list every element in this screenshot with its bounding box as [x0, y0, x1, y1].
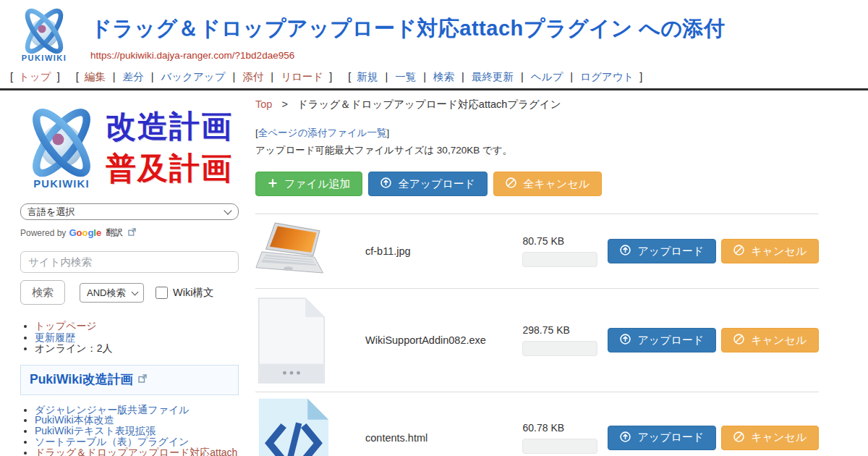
upload-queue: cf-b11.jpg 80.75 KB アップロード: [255, 214, 819, 456]
ban-circle-icon: [506, 177, 516, 190]
nav-help[interactable]: ヘルプ: [531, 71, 563, 83]
max-size-note: アップロード可能最大ファイルサイズは 30,720KB です。: [255, 144, 819, 157]
wiki-syntax-label: Wiki構文: [173, 286, 213, 300]
file-name: WikiSupportAddin082.exe: [365, 334, 486, 346]
search-button[interactable]: 検索: [20, 280, 65, 305]
sidebar-item-common-files[interactable]: ダジャレンジャー版共通ファイル: [35, 404, 190, 415]
progress-bar: [522, 252, 597, 267]
file-row: WikiSupportAddin082.exe 298.75 KB アップロード: [255, 288, 819, 392]
sidebar-item-update-history[interactable]: 更新履歴: [35, 332, 75, 343]
sidebar-item-sort-table[interactable]: ソートテーブル（表）プラグイン: [35, 436, 189, 447]
file-size: 298.75 KB: [522, 324, 597, 336]
nav-search[interactable]: 検索: [433, 71, 454, 83]
progress-bar: [522, 341, 597, 356]
upload-circle-icon: [620, 334, 631, 347]
nav-logout[interactable]: ログアウト: [580, 71, 634, 83]
external-link-icon: [128, 228, 136, 238]
sidebar-links: ダジャレンジャー版共通ファイル PukiWiki本体改造 PukiWikiテキス…: [35, 405, 238, 456]
search-input[interactable]: [20, 251, 239, 273]
nav-edit[interactable]: 編集: [85, 71, 106, 83]
attach-file-list-link[interactable]: 全ページの添付ファイル一覧: [258, 127, 387, 138]
nav-attach[interactable]: 添付: [242, 71, 263, 83]
upload-button[interactable]: アップロード: [608, 426, 716, 450]
ban-circle-icon: [733, 245, 744, 258]
sidebar-quick-links: トップページ 更新履歴 オンライン：2人: [35, 321, 238, 355]
file-row: contents.html 60.78 KB アップロード: [255, 392, 819, 456]
sidebar-item-top-page[interactable]: トップページ: [35, 320, 97, 332]
cancel-button[interactable]: キャンセル: [721, 426, 819, 450]
file-row: cf-b11.jpg 80.75 KB アップロード: [255, 214, 819, 288]
breadcrumb: Top > ドラッグ＆ドロップアップロード対応attachプラグイン: [255, 98, 819, 111]
translate-powered-by: Powered by Google 翻訳: [20, 227, 238, 239]
file-size: 60.78 KB: [522, 422, 597, 434]
sidebar-section-box: PukiWiki改造計画: [20, 365, 239, 395]
list-item: オンライン：2人: [35, 343, 238, 355]
language-select[interactable]: 言語を選択: [20, 203, 239, 220]
ban-circle-icon: [733, 334, 744, 347]
top-navigation: [ トップ ] [ 編集 | 差分 | バックアップ | 添付 | リロード ]…: [7, 70, 652, 84]
cancel-button[interactable]: キャンセル: [721, 239, 819, 263]
upload-circle-icon: [620, 431, 631, 444]
logo-brand-text: PUKIWIKI: [7, 54, 81, 62]
list-item: PukiWiki本体改造: [35, 415, 238, 426]
page-title: ドラッグ＆ドロップアップロード対応attachプラグイン への添付: [90, 14, 868, 43]
sidebar-item-dnd-attach[interactable]: ドラッグ＆ドロップアップロード対応attachプラグイン: [35, 447, 237, 456]
nav-diff[interactable]: 差分: [123, 71, 144, 83]
list-item: ダジャレンジャー版共通ファイル: [35, 405, 238, 415]
online-count: オンライン：2人: [35, 342, 112, 354]
ban-circle-icon: [733, 431, 744, 444]
file-size: 80.75 KB: [522, 235, 597, 247]
sidebar-logo-line1: 改造計画: [106, 106, 233, 148]
search-mode-wrap: AND検索: [80, 283, 144, 303]
list-item: ドラッグ＆ドロップアップロード対応attachプラグイン: [35, 447, 238, 456]
list-item: 更新履歴: [35, 332, 238, 344]
nav-reload[interactable]: リロード: [281, 71, 323, 83]
pukiwiki-atom-icon: [12, 4, 77, 58]
page-url: https://pukiwiki.dajya-ranger.com/?1bd2d…: [90, 50, 868, 61]
html-file-icon: [255, 395, 332, 456]
breadcrumb-home[interactable]: Top: [255, 98, 272, 110]
language-select-wrap: 言語を選択: [20, 203, 239, 220]
google-logo: Google: [69, 227, 101, 238]
sidebar-item-text-ext[interactable]: PukiWikiテキスト表現拡張: [35, 425, 156, 436]
nav-recent[interactable]: 最終更新: [472, 71, 514, 83]
header: PUKIWIKI ドラッグ＆ドロップアップロード対応attachプラグイン への…: [0, 0, 868, 90]
list-item: ソートテーブル（表）プラグイン: [35, 436, 238, 447]
upload-button[interactable]: アップロード: [608, 239, 716, 263]
cancel-button[interactable]: キャンセル: [721, 328, 819, 352]
sidebar-section-title[interactable]: PukiWiki改造計画: [30, 372, 133, 387]
breadcrumb-current: ドラッグ＆ドロップアップロード対応attachプラグイン: [297, 98, 561, 110]
site-logo[interactable]: PUKIWIKI: [7, 4, 81, 62]
nav-list[interactable]: 一覧: [395, 71, 416, 83]
sidebar-logo-line2: 普及計画: [106, 148, 233, 190]
nav-new[interactable]: 新規: [357, 71, 378, 83]
breadcrumb-separator: >: [281, 98, 287, 110]
pukiwiki-atom-icon: PUKIWIKI: [20, 102, 103, 193]
sidebar-logo[interactable]: PUKIWIKI 改造計画 普及計画: [20, 101, 238, 195]
file-name: cf-b11.jpg: [365, 245, 411, 257]
upload-all-button[interactable]: 全アップロード: [368, 172, 488, 196]
svg-text:PUKIWIKI: PUKIWIKI: [33, 178, 89, 190]
upload-toolbar: ファイル追加 全アップロード 全キャンセル: [255, 172, 819, 196]
upload-circle-icon: [620, 245, 631, 258]
list-item: トップページ: [35, 321, 238, 332]
upload-button[interactable]: アップロード: [608, 328, 716, 352]
list-item: PukiWikiテキスト表現拡張: [35, 426, 238, 436]
sidebar: PUKIWIKI 改造計画 普及計画 言語を選択 Powered by Goog…: [0, 90, 250, 456]
cancel-all-button[interactable]: 全キャンセル: [493, 172, 602, 196]
upload-circle-icon: [380, 177, 391, 190]
translate-link[interactable]: 翻訳: [106, 227, 123, 239]
laptop-thumbnail: [255, 220, 328, 282]
progress-bar: [522, 439, 597, 454]
main-content: Top > ドラッグ＆ドロップアップロード対応attachプラグイン [全ページ…: [250, 90, 868, 456]
external-link-icon: [138, 373, 147, 386]
nav-backup[interactable]: バックアップ: [161, 71, 225, 83]
file-name: contents.html: [365, 432, 427, 444]
sidebar-item-core-mod[interactable]: PukiWiki本体改造: [35, 414, 114, 426]
add-files-button[interactable]: ファイル追加: [255, 172, 362, 196]
wiki-syntax-checkbox[interactable]: [156, 287, 168, 299]
plus-icon: [268, 178, 278, 190]
generic-file-icon: [255, 295, 328, 387]
nav-top[interactable]: トップ: [19, 71, 51, 83]
search-mode-select[interactable]: AND検索: [80, 283, 144, 303]
